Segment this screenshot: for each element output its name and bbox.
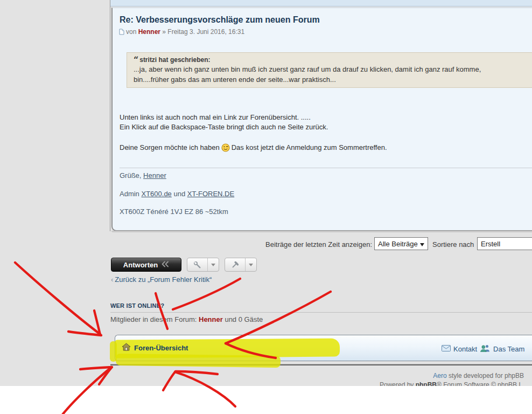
online-member-link[interactable]: Henner: [199, 315, 223, 323]
post-body-line1: Unten links ist auch noch mal ein Link z…: [120, 113, 311, 121]
bottom-navbar: Foren-Übersicht Kontakt Das Team: [115, 335, 532, 361]
byline-date: » Freitag 3. Juni 2016, 16:31: [160, 28, 244, 36]
caret-down-icon: [249, 264, 253, 268]
byline-prefix: von: [126, 28, 138, 36]
team-link[interactable]: Das Team: [493, 345, 524, 353]
screenshot-white-margin: [0, 386, 532, 414]
panel-left-edge-line: [110, 0, 110, 231]
back-chevron-icon: ‹: [111, 275, 113, 284]
admin-prefix: Admin: [120, 190, 141, 198]
team-icon: [480, 344, 491, 354]
forum-thread-page: Re: Verbesserungsvorschläge zum neuen Fo…: [0, 0, 532, 414]
tools-dropdown-caret[interactable]: [208, 258, 219, 271]
caret-down-icon: [420, 243, 424, 249]
forum-overview-label: Foren-Übersicht: [134, 344, 188, 352]
envelope-icon: [442, 345, 451, 353]
quote-header: “stritzi hat geschrieben:: [134, 55, 211, 65]
home-icon: [122, 343, 131, 353]
wrench-icon[interactable]: [187, 258, 208, 271]
aero-style-link[interactable]: Aero: [433, 372, 446, 380]
post-body-line2: Ein Klick auf die Backspace-Taste bringt…: [120, 123, 328, 131]
display-posts-label: Beiträge der letzten Zeit anzeigen:: [265, 240, 372, 249]
who-is-online-divider: [110, 312, 532, 313]
admin-mid: und: [172, 190, 187, 198]
greeting-text: Grüße,: [120, 171, 143, 180]
who-is-online-heading: WER IST ONLINE?: [110, 302, 164, 309]
reply-button-label: Antworten: [123, 261, 158, 269]
posts-filter-select[interactable]: Alle Beiträge: [374, 237, 428, 250]
signature-bike: XT600Z Ténéré 1VJ EZ 86 ~52tkm: [120, 208, 228, 216]
reply-arrows-icon: [161, 261, 169, 269]
forum-overview-link[interactable]: Foren-Übersicht: [122, 343, 188, 353]
post-title: Re: Verbesserungsvorschläge zum neuen Fo…: [120, 15, 320, 25]
wink-smiley-icon: [221, 143, 230, 154]
previous-panel-edge: [110, 0, 532, 6]
sort-by-value: Erstell: [481, 240, 500, 248]
post-panel-shadow: [111, 231, 532, 232]
post-byline: von Henner » Freitag 3. Juni 2016, 16:31: [119, 28, 244, 37]
quote-box: “stritzi hat geschrieben: ...ja, aber we…: [127, 52, 532, 88]
caret-down-icon: [211, 264, 215, 268]
moderate-dropdown-caret[interactable]: [246, 258, 256, 271]
sort-by-select[interactable]: Erstell: [477, 237, 532, 250]
back-to-forum-link[interactable]: ‹Zurück zu „Forum Fehler Kritik“: [111, 275, 212, 284]
footer-style-credit: Aero style developed for phpBB: [377, 372, 524, 380]
wio-suffix: und 0 Gäste: [223, 315, 263, 323]
reply-button[interactable]: Antworten: [111, 258, 181, 272]
quote-author-line: stritzi hat geschrieben:: [139, 56, 210, 64]
wio-prefix: Mitglieder in diesem Forum:: [110, 315, 199, 323]
author-link[interactable]: Henner: [138, 28, 160, 36]
moderate-button[interactable]: [225, 258, 257, 272]
back-link-label: Zurück zu „Forum Fehler Kritik“: [115, 275, 212, 284]
topic-tools-button[interactable]: [187, 258, 219, 272]
navbar-right-links: Kontakt Das Team: [442, 344, 524, 354]
signature-divider: [120, 168, 532, 168]
contact-link[interactable]: Kontakt: [453, 345, 477, 353]
signature-henner-link[interactable]: Henner: [143, 171, 166, 180]
xt600-link[interactable]: XT600.de: [141, 190, 171, 198]
who-is-online-text: Mitglieder in diesem Forum: Henner und 0…: [110, 315, 263, 323]
sort-by-label: Sortiere nach: [432, 240, 474, 249]
quote-mark-icon: “: [134, 55, 138, 65]
page-icon: [119, 29, 124, 37]
post-body-line3: Deine Sorgen möchte ich habenDas kost je…: [120, 143, 387, 154]
xt-foren-link[interactable]: XT-FOREN.DE: [187, 190, 234, 198]
posts-filter-value: Alle Beiträge: [378, 240, 418, 248]
quote-text-line2: bin....früher gabs das am unteren ende d…: [134, 75, 336, 84]
signature-greeting: Grüße, Henner: [120, 171, 166, 180]
yellow-highlight-stroke: [116, 354, 281, 368]
signature-admin: Admin XT600.de und XT-FOREN.DE: [120, 190, 234, 198]
style-credit-text: style developed for phpBB: [447, 372, 524, 380]
post-body-line3-post: Das kost jetzt die Anmeldung zum Sommert…: [232, 143, 387, 151]
post-body-line3-pre: Deine Sorgen möchte ich haben: [120, 143, 220, 151]
gavel-icon[interactable]: [225, 258, 246, 271]
yellow-highlight-stroke: [110, 341, 117, 362]
quote-text-line1: ...ja, aber wenn ich ganz unten bin muß …: [134, 65, 481, 73]
